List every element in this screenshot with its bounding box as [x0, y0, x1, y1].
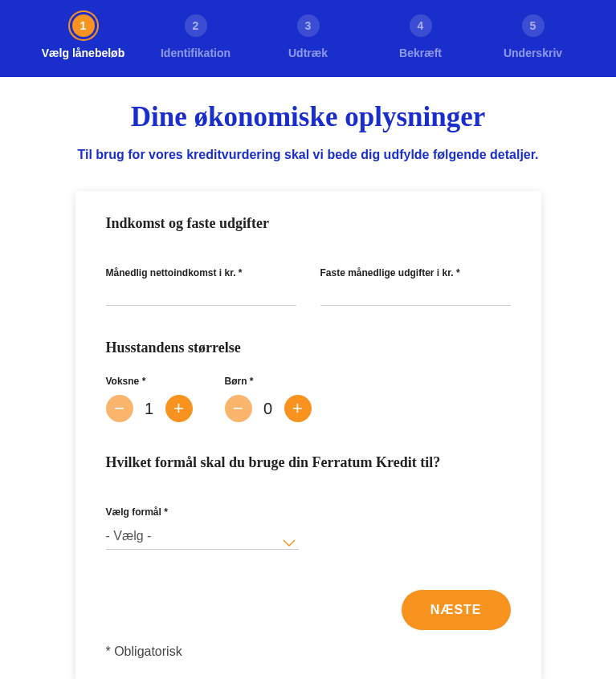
children-increment-button[interactable]: + [284, 395, 312, 422]
adults-stepper: Voksne * − 1 + [106, 376, 193, 422]
children-value: 0 [260, 400, 276, 418]
step-1[interactable]: 1 Vælg lånebeløb [27, 14, 140, 59]
step-label-2: Identifikation [161, 47, 230, 59]
step-circle-5: 5 [522, 14, 545, 37]
children-label: Børn * [225, 376, 312, 387]
step-label-1: Vælg lånebeløb [42, 47, 124, 59]
adults-label: Voksne * [106, 376, 193, 387]
next-button[interactable]: NÆSTE [402, 590, 511, 630]
fixed-expenses-field: Faste månedlige udgifter i kr. * [320, 267, 511, 306]
purpose-field-label: Vælg formål * [106, 506, 511, 518]
income-section-heading: Indkomst og faste udgifter [106, 215, 511, 232]
adults-increment-button[interactable]: + [165, 395, 193, 422]
children-stepper: Børn * − 0 + [225, 376, 312, 422]
net-income-input[interactable] [106, 283, 296, 306]
step-3[interactable]: 3 Udtræk [252, 14, 365, 59]
purpose-heading: Hvilket formål skal du bruge din Ferratu… [106, 454, 511, 471]
page-subtitle: Til brug for vores kreditvurdering skal … [32, 148, 584, 162]
step-circle-3: 3 [297, 14, 320, 37]
net-income-field: Månedlig nettoindkomst i kr. * [106, 267, 296, 306]
children-decrement-button[interactable]: − [225, 395, 252, 422]
household-heading: Husstandens størrelse [106, 340, 511, 356]
minus-icon: − [233, 398, 243, 419]
adults-value: 1 [141, 400, 157, 418]
step-5[interactable]: 5 Underskriv [477, 14, 589, 59]
plus-icon: + [292, 398, 303, 419]
step-label-5: Underskriv [504, 47, 562, 59]
purpose-select[interactable]: - Vælg - [106, 522, 299, 550]
mandatory-note: * Obligatorisk [106, 644, 182, 659]
page-title: Dine økonomiske oplysninger [16, 101, 600, 133]
step-label-4: Bekræft [399, 47, 442, 59]
adults-decrement-button[interactable]: − [106, 395, 133, 422]
progress-stepper: 1 Vælg lånebeløb 2 Identifikation 3 Udtr… [0, 0, 616, 77]
step-2[interactable]: 2 Identifikation [140, 14, 252, 59]
minus-icon: − [114, 398, 124, 419]
step-circle-2: 2 [185, 14, 207, 37]
fixed-expenses-input[interactable] [320, 283, 511, 306]
net-income-label: Månedlig nettoindkomst i kr. * [106, 267, 296, 279]
step-circle-4: 4 [410, 14, 432, 37]
fixed-expenses-label: Faste månedlige udgifter i kr. * [320, 267, 511, 279]
step-label-3: Udtræk [288, 47, 328, 59]
step-circle-1: 1 [72, 14, 95, 37]
form-card: Indkomst og faste udgifter Månedlig nett… [75, 191, 541, 679]
plus-icon: + [173, 398, 184, 419]
step-4[interactable]: 4 Bekræft [365, 14, 477, 59]
